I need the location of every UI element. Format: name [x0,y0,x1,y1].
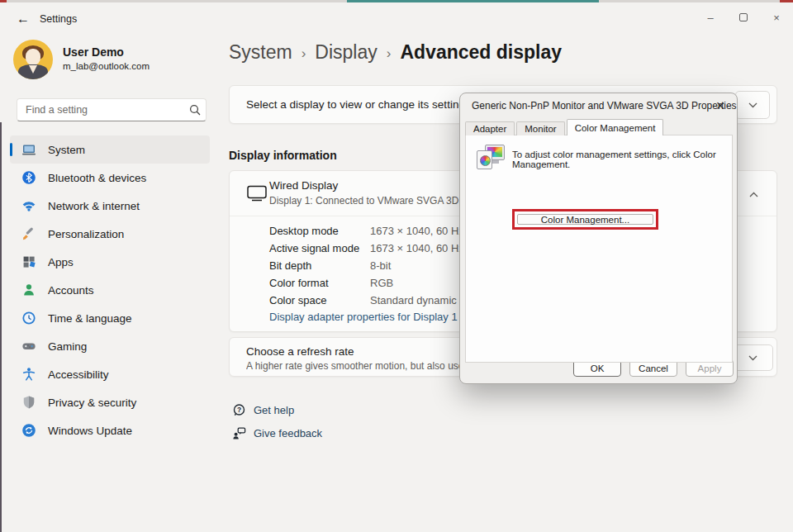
chevron-down-icon [748,355,757,361]
detail-row-color-format: Color format RGB [269,274,469,292]
chevron-down-icon [748,102,757,108]
sidebar-item-label: Accounts [48,284,94,297]
gaming-icon [21,339,36,354]
apps-icon [21,254,36,269]
annotation-highlight-box: Color Management... [512,209,658,230]
sidebar-item-accessibility[interactable]: Accessibility [10,360,210,388]
tab-color-management[interactable]: Color Management [567,119,664,135]
dialog-title: Generic Non-PnP Monitor and VMware SVGA … [472,100,737,112]
sidebar-item-apps[interactable]: Apps [10,248,210,276]
give-feedback-icon [230,426,247,440]
sidebar-item-label: Bluetooth & devices [48,172,146,184]
maximize-button[interactable] [727,2,760,32]
sidebar-item-label: Network & internet [48,200,140,212]
get-help-link[interactable]: ? Get help [230,403,294,417]
display-adapter-properties-link[interactable]: Display adapter properties for Display 1 [269,311,458,323]
sidebar-item-system[interactable]: System [10,135,210,164]
back-button[interactable]: ← [12,9,35,29]
dialog-tab-panel: To adjust color management settings, cli… [465,135,733,363]
detail-value: 1673 × 1040, 60 Hz [370,242,464,254]
search-icon [184,104,206,116]
sidebar-item-network-internet[interactable]: Network & internet [10,192,210,220]
display-subtitle: Display 1: Connected to VMware SVGA 3D [269,195,458,207]
give-feedback-link[interactable]: Give feedback [230,426,322,440]
breadcrumb: System › Display › Advanced display [229,41,571,64]
display-information-header: Display information [229,149,337,162]
system-icon [21,142,36,157]
chevron-up-icon [749,192,758,197]
select-display-label: Select a display to view or change its s… [246,98,471,111]
maximize-icon [739,13,748,21]
close-icon: ✕ [715,99,725,112]
color-management-icon [477,145,505,173]
close-button[interactable]: × [760,2,793,32]
settings-window: ← Settings – × User Demo m_lab@outlook.c… [0,0,793,532]
display-title: Wired Display [269,179,338,192]
give-feedback-label: Give feedback [254,427,322,439]
dialog-body-text: To adjust color management settings, cli… [512,150,727,169]
tab-monitor[interactable]: Monitor [516,121,564,135]
sidebar-item-privacy-security[interactable]: Privacy & security [10,388,210,416]
back-arrow-icon: ← [17,12,30,26]
detail-row-color-space: Color space Standard dynamic ra [269,292,469,309]
sidebar-item-label: Gaming [48,340,87,353]
sidebar-item-gaming[interactable]: Gaming [10,332,210,360]
breadcrumb-system[interactable]: System [229,41,292,64]
chevron-right-icon: › [387,44,392,62]
detail-row-active-signal-mode: Active signal mode 1673 × 1040, 60 Hz [269,240,469,257]
accounts-icon [21,283,36,297]
sidebar-item-label: Accessibility [48,368,109,381]
sidebar-item-label: Apps [48,256,74,268]
monitor-properties-dialog: Generic Non-PnP Monitor and VMware SVGA … [459,93,738,384]
collapse-section-button[interactable] [742,183,765,206]
user-email: m_lab@outlook.com [63,61,150,71]
detail-value: RGB [370,277,393,289]
detail-row-bit-depth: Bit depth 8-bit [269,257,469,274]
get-help-icon: ? [230,403,247,417]
sidebar-item-label: Windows Update [48,425,132,437]
detail-value: Standard dynamic ra [370,294,469,306]
minimize-button[interactable]: – [694,2,727,32]
desktop-edge-top [0,0,793,2]
sidebar-nav: System Bluetooth & devices Network & int… [10,135,210,444]
detail-label: Bit depth [269,259,370,272]
sidebar-item-time-language[interactable]: Time & language [10,304,210,332]
window-controls: – × [694,2,793,32]
personalization-icon [21,226,36,241]
sidebar-item-bluetooth-devices[interactable]: Bluetooth & devices [10,164,210,192]
dialog-tabs: Adapter Monitor Color Management [465,119,665,135]
chevron-right-icon: › [302,44,306,62]
sidebar-item-windows-update[interactable]: Windows Update [10,416,210,444]
detail-label: Desktop mode [269,225,370,237]
svg-text:?: ? [236,406,240,414]
sidebar-item-accounts[interactable]: Accounts [10,276,210,304]
display-details: Desktop mode 1673 × 1040, 60 Hz Active s… [269,222,469,309]
privacy-security-icon [21,395,36,410]
color-management-button[interactable]: Color Management... [517,214,653,225]
search-input[interactable] [17,104,184,116]
sidebar-item-personalization[interactable]: Personalization [10,220,210,248]
close-icon: × [773,12,780,24]
refresh-rate-title: Choose a refresh rate [246,345,354,358]
detail-label: Color format [269,277,370,289]
refresh-rate-dropdown[interactable] [732,344,773,371]
avatar [13,40,53,79]
network-icon [21,198,36,213]
bluetooth-icon [21,170,36,185]
user-profile[interactable]: User Demo m_lab@outlook.com [13,38,211,81]
app-title: Settings [40,13,77,25]
sidebar-item-label: Personalization [48,228,124,240]
detail-row-desktop-mode: Desktop mode 1673 × 1040, 60 Hz [269,222,469,240]
breadcrumb-display[interactable]: Display [315,41,377,64]
detail-value: 8-bit [370,259,391,272]
display-select-dropdown[interactable] [735,91,770,119]
sidebar-item-label: Time & language [48,312,132,325]
user-name: User Demo [63,45,124,59]
dialog-close-button[interactable]: ✕ [710,97,730,115]
sidebar-item-label: System [48,144,85,156]
windows-update-icon [21,423,36,438]
detail-value: 1673 × 1040, 60 Hz [370,225,464,237]
accessibility-icon [21,367,36,382]
tab-adapter[interactable]: Adapter [465,121,515,135]
minimize-icon: – [707,12,713,24]
